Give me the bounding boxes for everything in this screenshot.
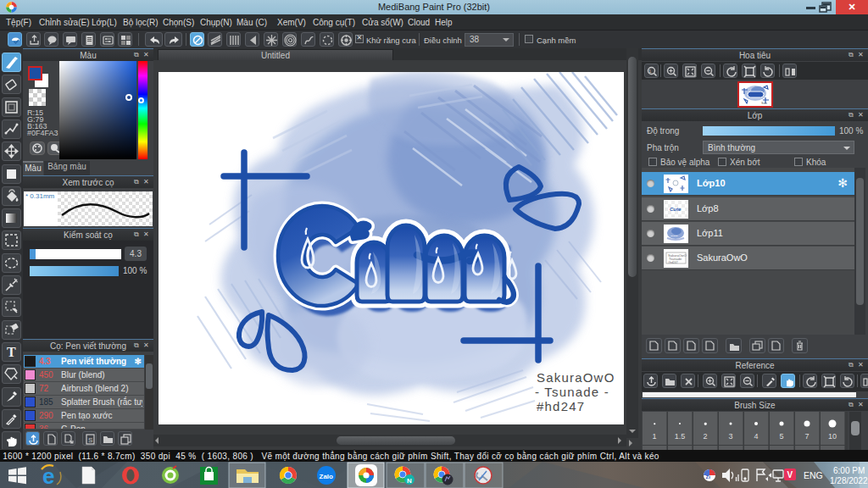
svg-text:T: T bbox=[7, 345, 16, 359]
svg-text:- Tsunade -: - Tsunade - bbox=[535, 385, 609, 399]
svg-text:V: V bbox=[787, 470, 793, 480]
svg-text:N: N bbox=[407, 477, 412, 485]
svg-text:Zi: Zi bbox=[706, 474, 711, 480]
svg-text:ENG: ENG bbox=[804, 470, 823, 480]
svg-text:S: S bbox=[88, 436, 92, 444]
svg-text:Cute: Cute bbox=[670, 207, 682, 212]
svg-text:SakuraOwO: SakuraOwO bbox=[537, 370, 615, 385]
svg-text:Sak: Sak bbox=[761, 101, 767, 105]
svg-text:1/28/2022: 1/28/2022 bbox=[830, 476, 868, 485]
svg-text:Zalo: Zalo bbox=[320, 473, 334, 480]
svg-text:1: 1 bbox=[648, 69, 652, 74]
svg-text:~~~: ~~~ bbox=[670, 233, 678, 238]
svg-text:#hd247: #hd247 bbox=[537, 399, 585, 413]
svg-text:6:00 PM: 6:00 PM bbox=[833, 466, 865, 475]
svg-text:#hd247: #hd247 bbox=[668, 261, 678, 264]
